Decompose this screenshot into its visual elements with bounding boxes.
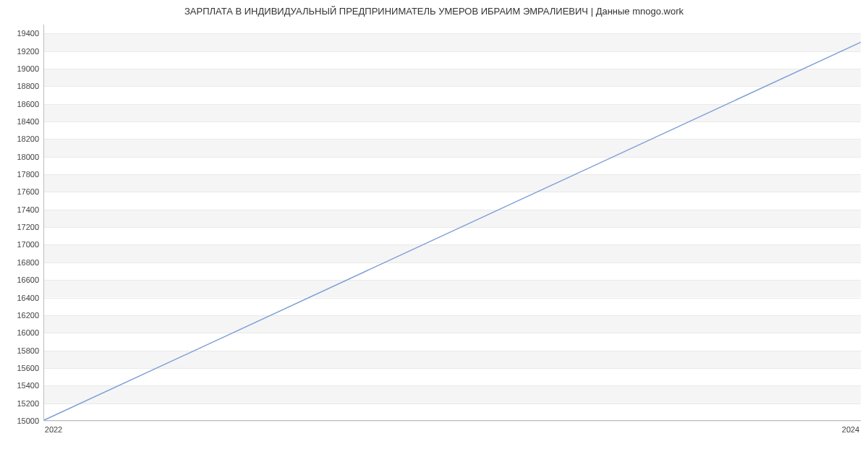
plot-area: [43, 25, 861, 421]
y-tick-label: 17400: [3, 205, 39, 214]
y-tick-label: 16400: [3, 294, 39, 302]
y-tick-label: 18400: [3, 117, 39, 126]
y-tick-label: 17800: [3, 170, 39, 179]
y-tick-label: 16600: [3, 275, 39, 284]
x-tick-label: 2024: [842, 425, 859, 434]
y-tick-label: 16200: [3, 311, 39, 320]
line-layer: [44, 25, 861, 420]
y-tick-label: 19000: [3, 64, 39, 73]
y-tick-label: 19200: [3, 47, 39, 56]
y-tick-label: 18600: [3, 100, 39, 108]
y-tick-label: 18000: [3, 153, 39, 161]
y-tick-label: 18800: [3, 82, 39, 90]
y-tick-label: 18200: [3, 134, 39, 143]
y-tick-label: 17600: [3, 187, 39, 196]
y-tick-label: 17000: [3, 240, 39, 249]
series-line: [44, 42, 861, 420]
y-tick-label: 15800: [3, 346, 39, 355]
y-tick-label: 16800: [3, 258, 39, 267]
chart-container: ЗАРПЛАТА В ИНДИВИДУАЛЬНЫЙ ПРЕДПРИНИМАТЕЛ…: [0, 0, 868, 470]
y-tick-label: 17200: [3, 223, 39, 231]
y-tick-label: 15600: [3, 364, 39, 372]
x-tick-label: 2022: [45, 425, 62, 434]
y-tick-label: 15400: [3, 381, 39, 390]
y-tick-label: 16000: [3, 328, 39, 337]
gridline: [44, 421, 861, 422]
y-tick-label: 19400: [3, 29, 39, 38]
y-tick-label: 15200: [3, 399, 39, 408]
chart-title: ЗАРПЛАТА В ИНДИВИДУАЛЬНЫЙ ПРЕДПРИНИМАТЕЛ…: [0, 6, 868, 17]
y-tick-label: 15000: [3, 416, 39, 425]
